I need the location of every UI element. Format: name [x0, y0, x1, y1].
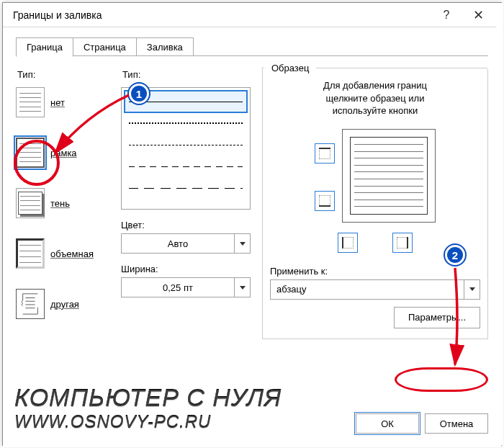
swatch-3d-icon — [16, 238, 45, 269]
color-value: Авто — [122, 238, 234, 249]
edge-bottom-button[interactable] — [315, 191, 335, 211]
tab-page[interactable]: Страница — [73, 37, 137, 56]
setting-none-label: нет — [50, 97, 65, 108]
options-button[interactable]: Параметры... — [394, 307, 480, 328]
tabs: Граница Страница Заливка — [3, 27, 501, 56]
chevron-down-icon — [464, 280, 480, 299]
width-value: 0,25 пт — [122, 282, 234, 293]
setting-custom-label: другая — [50, 299, 79, 310]
apply-label: Применить к: — [270, 266, 480, 277]
dialog-footer: ОК Отмена — [356, 413, 488, 434]
tab-fill[interactable]: Заливка — [136, 37, 194, 56]
color-combo[interactable]: Авто — [121, 233, 251, 254]
width-combo[interactable]: 0,25 пт — [121, 277, 251, 297]
preview-group: Образец Для добавления границ щелкните о… — [262, 69, 488, 339]
setting-3d[interactable]: объемная — [16, 238, 109, 269]
preview-legend: Образец — [269, 63, 312, 73]
setting-none[interactable]: нет — [16, 87, 109, 117]
line-style-list[interactable] — [121, 87, 251, 210]
apply-row: Применить к: абзацу Параметры... — [270, 266, 480, 328]
swatch-none-icon — [16, 87, 45, 117]
hint-line3: используйте кнопки — [333, 105, 418, 116]
titlebar-title: Границы и заливка — [13, 9, 431, 21]
swatch-shadow-icon — [16, 188, 45, 218]
dialog-borders-shading: Границы и заливка ? ✕ Граница Страница З… — [2, 2, 502, 446]
edge-top-button[interactable] — [315, 143, 335, 163]
tab-border-label: Граница — [27, 42, 63, 53]
line-style-solid[interactable] — [125, 91, 247, 112]
cancel-label: Отмена — [440, 418, 474, 429]
setting-label: Тип: — [16, 69, 109, 80]
options-button-label: Параметры... — [408, 312, 466, 323]
style-label: Тип: — [121, 69, 251, 80]
preview-area — [270, 129, 480, 223]
edge-right-button[interactable] — [392, 233, 413, 253]
tab-border[interactable]: Граница — [16, 37, 73, 57]
setting-box[interactable]: рамка — [16, 138, 109, 168]
close-button[interactable]: ✕ — [462, 4, 494, 26]
watermark-line1: КОМПЬЮТЕР С НУЛЯ — [14, 385, 282, 411]
ok-button[interactable]: ОК — [356, 413, 419, 434]
preview-column: Образец Для добавления границ щелкните о… — [262, 69, 488, 339]
dialog-content: Тип: нет рамка тень — [3, 56, 501, 346]
preview-document[interactable] — [342, 129, 436, 223]
setting-custom[interactable]: другая — [16, 289, 109, 319]
titlebar: Границы и заливка ? ✕ — [3, 3, 501, 27]
line-style-densedash[interactable] — [125, 134, 247, 156]
setting-shadow-label: тень — [50, 198, 70, 209]
chevron-down-icon — [234, 278, 250, 297]
watermark: КОМПЬЮТЕР С НУЛЯ WWW.OSNOVY-PC.RU — [14, 385, 282, 431]
apply-value: абзацу — [271, 284, 464, 295]
apply-to-combo[interactable]: абзацу — [270, 279, 480, 300]
setting-shadow[interactable]: тень — [16, 188, 109, 218]
torn-edge-bottom — [3, 431, 501, 447]
help-button[interactable]: ? — [431, 4, 462, 26]
annotation-circle-2 — [395, 367, 488, 392]
line-style-dotted[interactable] — [125, 112, 247, 134]
hint-line1: Для добавления границ — [323, 80, 427, 91]
hint-line2: щелкните образец или — [326, 93, 425, 104]
line-style-dash[interactable] — [125, 156, 247, 177]
tab-page-label: Страница — [84, 42, 126, 53]
swatch-box-icon — [16, 138, 45, 168]
edge-left-button[interactable] — [338, 233, 358, 253]
ok-label: ОК — [381, 418, 394, 429]
chevron-down-icon — [234, 234, 250, 253]
preview-hint: Для добавления границ щелкните образец и… — [270, 79, 480, 117]
setting-box-label: рамка — [50, 148, 77, 158]
setting-3d-label: объемная — [50, 248, 94, 259]
line-style-longdash[interactable] — [125, 177, 247, 199]
style-column: Тип: Цвет: Авто Ширина: 0,25 пт — [121, 69, 251, 339]
color-label: Цвет: — [121, 220, 251, 230]
setting-column: Тип: нет рамка тень — [16, 69, 109, 339]
width-label: Ширина: — [121, 264, 251, 274]
swatch-custom-icon — [16, 289, 45, 319]
watermark-line2: WWW.OSNOVY-PC.RU — [14, 413, 282, 431]
tab-fill-label: Заливка — [147, 42, 183, 53]
cancel-button[interactable]: Отмена — [425, 413, 488, 434]
